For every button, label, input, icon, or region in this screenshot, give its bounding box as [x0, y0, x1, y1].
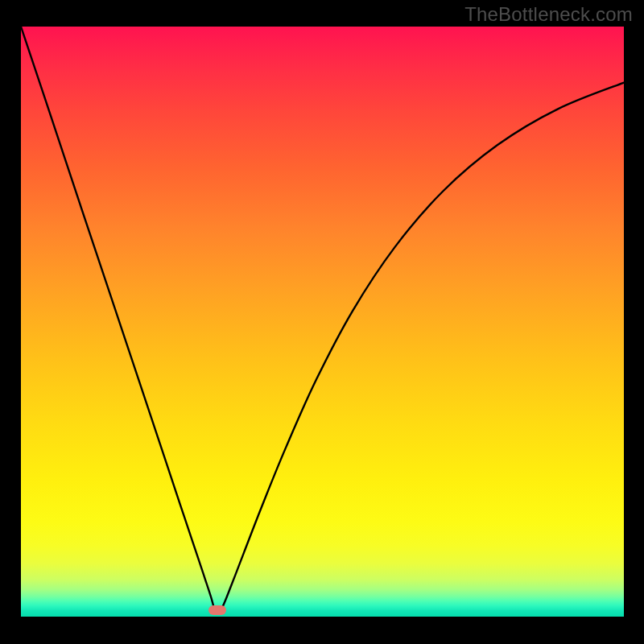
- chart-frame: TheBottleneck.com: [0, 0, 644, 644]
- minimum-marker: [208, 605, 226, 615]
- curve-svg: [21, 27, 624, 617]
- bottleneck-curve: [21, 27, 624, 613]
- plot-area: [21, 27, 624, 617]
- watermark-text: TheBottleneck.com: [464, 3, 633, 26]
